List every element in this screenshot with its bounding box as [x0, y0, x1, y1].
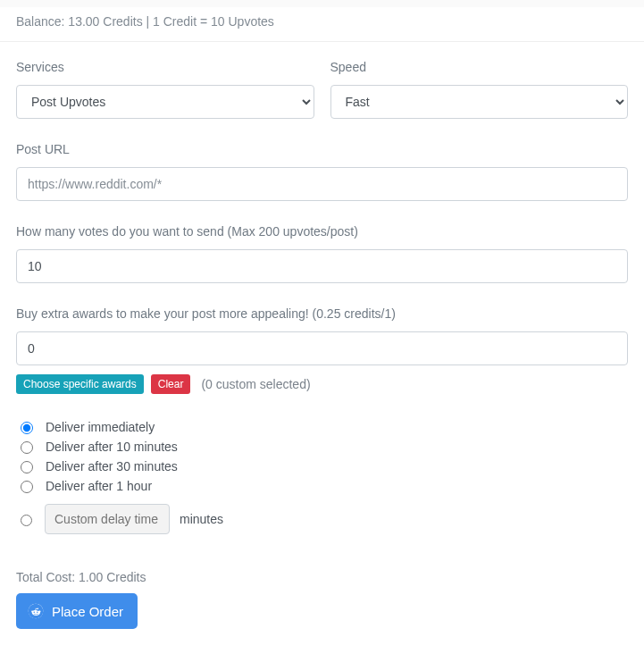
delivery-option-label: Deliver after 10 minutes: [46, 440, 178, 454]
delivery-options: Deliver immediately Deliver after 10 min…: [16, 419, 628, 534]
delivery-option-label: Deliver after 30 minutes: [46, 459, 178, 473]
delivery-option-1hour[interactable]: Deliver after 1 hour: [16, 478, 628, 493]
delivery-radio[interactable]: [21, 481, 33, 493]
delivery-radio[interactable]: [21, 461, 33, 473]
awards-selected-count: (0 custom selected): [201, 377, 310, 391]
delivery-radio[interactable]: [21, 441, 33, 454]
choose-awards-button[interactable]: Choose specific awards: [16, 374, 144, 394]
post-url-input[interactable]: [16, 167, 628, 201]
delivery-option-10min[interactable]: Deliver after 10 minutes: [16, 439, 628, 454]
delivery-option-immediate[interactable]: Deliver immediately: [16, 419, 628, 434]
reddit-icon: [27, 602, 45, 620]
order-form: Services Post Upvotes Speed Fast Post UR…: [0, 42, 644, 647]
votes-label: How many votes do you want to send (Max …: [16, 224, 628, 239]
delivery-option-custom[interactable]: minutes: [16, 504, 628, 534]
top-strip: [0, 0, 644, 7]
post-url-label: Post URL: [16, 142, 628, 156]
delivery-option-label: Deliver immediately: [46, 420, 155, 434]
delivery-option-label: Deliver after 1 hour: [46, 479, 152, 493]
place-order-label: Place Order: [52, 604, 123, 619]
services-label: Services: [16, 60, 314, 74]
total-cost: Total Cost: 1.00 Credits: [16, 570, 628, 584]
custom-delay-input[interactable]: [45, 504, 170, 534]
clear-awards-button[interactable]: Clear: [151, 374, 191, 394]
balance-text: Balance: 13.00 Credits | 1 Credit = 10 U…: [16, 14, 274, 29]
delivery-radio[interactable]: [21, 422, 33, 434]
speed-label: Speed: [330, 60, 629, 74]
speed-select[interactable]: Fast: [330, 85, 629, 119]
custom-delay-suffix: minutes: [180, 512, 223, 526]
delivery-option-30min[interactable]: Deliver after 30 minutes: [16, 458, 628, 473]
place-order-button[interactable]: Place Order: [16, 593, 138, 629]
balance-bar: Balance: 13.00 Credits | 1 Credit = 10 U…: [0, 7, 644, 42]
services-select[interactable]: Post Upvotes: [16, 85, 314, 119]
awards-input[interactable]: [16, 331, 628, 365]
delivery-radio[interactable]: [21, 515, 32, 526]
votes-input[interactable]: [16, 249, 628, 283]
awards-label: Buy extra awards to make your post more …: [16, 306, 628, 321]
